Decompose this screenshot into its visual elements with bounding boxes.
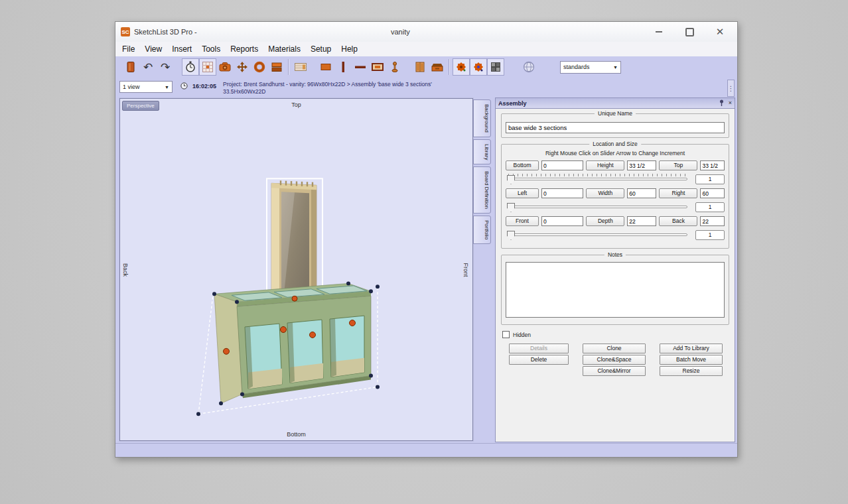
top-button[interactable]: Top — [659, 160, 697, 170]
back-input[interactable] — [700, 216, 725, 226]
redo-icon[interactable]: ↷ — [157, 58, 174, 76]
drawer-icon[interactable] — [429, 58, 446, 76]
menu-setup[interactable]: Setup — [311, 44, 331, 54]
board-thumbnail-icon[interactable] — [292, 58, 309, 76]
maximize-button[interactable] — [683, 25, 696, 38]
bottom-input[interactable] — [541, 160, 583, 170]
depth-increment[interactable]: 1 — [695, 230, 725, 240]
infobar: 1 view ▼ 16:02:05 Project: Brent Sandhur… — [115, 78, 737, 100]
depth-button[interactable]: Depth — [586, 216, 624, 226]
notes-group: Notes — [501, 255, 729, 325]
close-button[interactable]: ✕ — [713, 25, 727, 38]
width-button[interactable]: Width — [586, 188, 624, 198]
timer-icon[interactable] — [182, 58, 199, 76]
menu-reports[interactable]: Reports — [230, 44, 258, 54]
notes-legend: Notes — [604, 251, 626, 258]
splitter-handle[interactable]: ⋮ — [727, 80, 735, 97]
minimize-button[interactable] — [652, 25, 666, 38]
door-icon[interactable] — [411, 58, 429, 76]
front-button[interactable]: Front — [506, 216, 539, 226]
session-timer: 16:02:05 — [192, 83, 216, 90]
rotate-ring-icon[interactable] — [251, 58, 268, 76]
height-input[interactable] — [627, 160, 656, 170]
unique-name-input[interactable] — [506, 122, 725, 133]
depth-slider[interactable] — [506, 228, 689, 239]
assembly-panel: Assembly × Unique Name Location and Size… — [495, 97, 735, 442]
location-size-legend: Location and Size — [589, 141, 641, 147]
menu-help[interactable]: Help — [341, 44, 358, 54]
menu-tools[interactable]: Tools — [202, 44, 220, 54]
new-board-icon[interactable] — [122, 58, 139, 76]
menu-file[interactable]: File — [122, 44, 135, 54]
framed-panel-icon[interactable] — [369, 58, 386, 76]
details-button[interactable]: Details — [509, 344, 569, 353]
explode-select-icon[interactable] — [470, 58, 487, 76]
menu-view[interactable]: View — [145, 44, 162, 54]
tab-background[interactable]: Background — [473, 99, 491, 137]
undo-icon[interactable]: ↶ — [139, 58, 157, 76]
depth-input[interactable] — [627, 216, 656, 226]
tab-board-definition[interactable]: Board Definition — [473, 166, 491, 214]
chevron-down-icon: ▼ — [613, 65, 618, 70]
right-input[interactable] — [700, 188, 725, 198]
add-to-library-button[interactable]: Add To Library — [660, 344, 723, 353]
panel-close-icon[interactable]: × — [729, 100, 732, 106]
perspective-badge[interactable]: Perspective — [122, 101, 159, 111]
view-count-dropdown[interactable]: 1 view ▼ — [119, 81, 173, 93]
right-button[interactable]: Right — [659, 188, 697, 198]
height-increment[interactable]: 1 — [695, 174, 725, 184]
bottom-button[interactable]: Bottom — [506, 160, 539, 170]
top-input[interactable] — [700, 160, 725, 170]
render-grid-icon[interactable] — [199, 58, 216, 76]
3d-viewport[interactable]: Perspective Top Bottom Back Front — [119, 98, 473, 441]
batch-move-button[interactable]: Batch Move — [660, 355, 723, 365]
pin-icon[interactable] — [719, 99, 725, 107]
height-slider[interactable] — [506, 172, 689, 183]
resize-button[interactable]: Resize — [660, 366, 723, 376]
hidden-checkbox[interactable] — [502, 331, 510, 338]
side-tab-strip: Background Library Board Definition Port… — [473, 98, 491, 441]
left-input[interactable] — [541, 188, 583, 198]
left-button[interactable]: Left — [506, 188, 539, 198]
width-increment[interactable]: 1 — [695, 202, 725, 212]
height-slider-thumb[interactable] — [507, 175, 515, 184]
tab-portfolio[interactable]: Portfolio — [473, 216, 491, 244]
width-slider-thumb[interactable] — [507, 203, 515, 212]
back-button[interactable]: Back — [659, 216, 697, 226]
texture-icon[interactable] — [487, 58, 504, 76]
standards-dropdown[interactable]: standards ▼ — [560, 61, 621, 74]
front-input[interactable] — [541, 216, 583, 226]
layers-icon[interactable] — [268, 58, 285, 76]
width-input[interactable] — [627, 188, 656, 198]
sheet-icon[interactable] — [317, 58, 334, 76]
view-count-value: 1 view — [123, 84, 140, 90]
notes-textarea[interactable] — [506, 262, 725, 318]
vertical-board-icon[interactable] — [334, 58, 352, 76]
project-breadcrumb: Project: Brent Sandhurst - vanity: 96Wx8… — [223, 81, 432, 95]
clone-button[interactable]: Clone — [583, 344, 646, 353]
width-slider[interactable] — [506, 200, 689, 211]
depth-slider-thumb[interactable] — [507, 231, 515, 240]
tab-library[interactable]: Library — [473, 139, 491, 164]
horizontal-board-icon[interactable] — [352, 58, 369, 76]
globe-icon[interactable] — [520, 58, 537, 76]
unique-name-legend: Unique Name — [595, 110, 636, 117]
clock-icon — [180, 82, 188, 90]
height-button[interactable]: Height — [586, 160, 624, 170]
unique-name-group: Unique Name — [501, 113, 729, 138]
menu-materials[interactable]: Materials — [268, 44, 301, 54]
hardware-icon[interactable] — [386, 58, 403, 76]
assembly-actions: Details Delete Clone Clone&Space Clone&M… — [501, 344, 729, 376]
explode-icon[interactable] — [453, 58, 470, 76]
move-icon[interactable] — [234, 58, 251, 76]
camera-icon[interactable] — [216, 58, 234, 76]
vanity-3d-model[interactable] — [120, 99, 472, 440]
viewport-label-top: Top — [291, 101, 301, 108]
clone-mirror-button[interactable]: Clone&Mirror — [583, 366, 646, 376]
app-window: SC SketchList 3D Pro - vanity ✕ File Vie… — [115, 21, 738, 458]
location-size-group: Location and Size Right Mouse Click on S… — [501, 144, 729, 249]
menu-insert[interactable]: Insert — [172, 44, 192, 54]
clone-space-button[interactable]: Clone&Space — [583, 355, 646, 365]
delete-button[interactable]: Delete — [509, 355, 569, 365]
location-size-hint: Right Mouse Click on Slider Arrow to Cha… — [506, 150, 725, 157]
